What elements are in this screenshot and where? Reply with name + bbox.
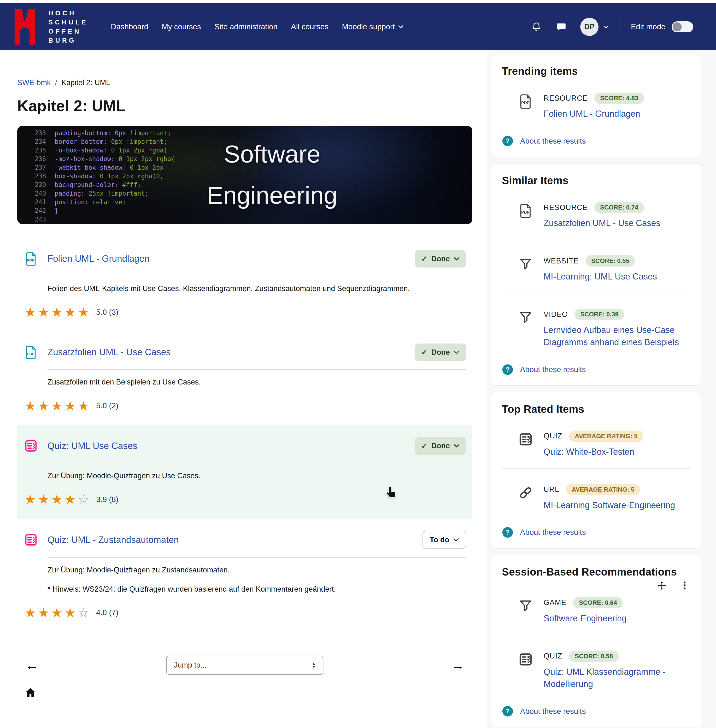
nav-dashboard[interactable]: Dashboard	[111, 22, 149, 31]
recommendations-sidebar: Trending items RESOURCE SCORE: 4.83 Foli…	[487, 50, 716, 728]
item-link[interactable]: Zusatzfolien UML - Use Cases	[544, 217, 660, 229]
item-link[interactable]: Quiz: UML Klassendiagramme - Modellierun…	[544, 666, 690, 690]
page-title: Kapitel 2: UML	[17, 97, 472, 115]
card-title: Trending items	[502, 65, 690, 77]
star-filled-icon[interactable]: ★	[38, 605, 51, 620]
about-these-results-link[interactable]: About these results	[520, 528, 586, 537]
activity-link[interactable]: Folien UML - Grundlagen	[47, 254, 149, 264]
activity-quiz-uml-use-cases: Quiz: UML Use Cases ✓ Done Zur Übung: Mo…	[17, 425, 472, 519]
score-badge: SCORE: 0.39	[575, 309, 624, 320]
move-block-icon[interactable]	[657, 580, 667, 591]
star-filled-icon[interactable]: ★	[64, 399, 77, 413]
nav-moodle-support[interactable]: Moodle support	[342, 22, 404, 31]
completion-status-button[interactable]: ✓ Done	[414, 250, 466, 268]
quiz-icon	[518, 431, 534, 458]
jump-to-select[interactable]: Jump to... ▲▼	[167, 655, 323, 675]
navbar-actions: DP Edit mode	[517, 15, 693, 39]
star-filled-icon[interactable]: ★	[64, 605, 77, 620]
top-navbar: HOCH SCHULE OFFEN BURG Dashboard My cour…	[0, 3, 716, 50]
help-icon[interactable]: ?	[502, 364, 513, 375]
star-filled-icon[interactable]: ★	[64, 305, 77, 319]
card-title: Similar Items	[502, 174, 690, 186]
about-these-results-link[interactable]: About these results	[520, 707, 586, 716]
star-filled-icon[interactable]: ★	[38, 399, 51, 413]
activity-divider	[47, 557, 466, 558]
quiz-icon	[23, 439, 38, 453]
score-badge: SCORE: 0.55	[586, 255, 635, 266]
home-icon[interactable]	[24, 686, 37, 699]
next-section-arrow-icon[interactable]: →	[443, 658, 472, 673]
star-rating[interactable]: ★★★★★	[24, 306, 91, 319]
about-these-results-link[interactable]: About these results	[520, 365, 586, 374]
star-filled-icon[interactable]: ★	[51, 305, 64, 319]
breadcrumb-course-link[interactable]: SWE-bmk	[17, 79, 51, 87]
completion-status-button[interactable]: ✓ Done	[414, 437, 466, 455]
nav-all-courses[interactable]: All courses	[291, 22, 329, 31]
edit-mode-toggle[interactable]	[672, 21, 693, 32]
item-link[interactable]: Folien UML - Grundlagen	[544, 107, 644, 120]
activity-link[interactable]: Quiz: UML - Zustandsautomaten	[47, 535, 179, 545]
check-icon: ✓	[421, 254, 428, 263]
about-results-row: ? About these results	[502, 706, 690, 716]
rating-badge: AVERAGE RATING: 5	[566, 484, 640, 495]
star-filled-icon[interactable]: ★	[38, 492, 51, 507]
item-link[interactable]: Quiz: White-Box-Testen	[544, 446, 643, 458]
star-filled-icon[interactable]: ★	[78, 305, 91, 319]
star-rating[interactable]: ★★★★★	[24, 400, 91, 412]
star-rating[interactable]: ★★★★☆	[24, 493, 91, 506]
funnel-icon	[518, 310, 534, 348]
star-filled-icon[interactable]: ★	[64, 492, 77, 507]
similar-items-card: Similar Items RESOURCE SCORE: 0.74 Zusat…	[491, 163, 701, 386]
completion-status-button[interactable]: ✓ Done	[414, 344, 466, 361]
block-menu-kebab-icon[interactable]: ⋮	[680, 581, 690, 591]
card-title: Top Rated Items	[502, 403, 690, 415]
star-filled-icon[interactable]: ★	[51, 399, 64, 413]
nav-my-courses[interactable]: My courses	[162, 22, 201, 31]
star-filled-icon[interactable]: ★	[24, 492, 38, 507]
item-type-label: URL	[544, 485, 559, 494]
star-rating[interactable]: ★★★★☆	[24, 606, 91, 619]
list-item: QUIZ AVERAGE RATING: 5 Quiz: White-Box-T…	[502, 430, 690, 458]
item-link[interactable]: Software-Engineering	[544, 612, 626, 624]
score-badge: SCORE: 0.74	[595, 202, 644, 213]
user-menu[interactable]: DP	[580, 18, 608, 36]
help-icon[interactable]: ?	[502, 136, 513, 146]
university-logo[interactable]: HOCH SCHULE OFFEN BURG	[14, 9, 88, 45]
help-icon[interactable]: ?	[502, 527, 513, 538]
star-filled-icon[interactable]: ★	[78, 399, 91, 413]
messages-chat-icon[interactable]	[556, 21, 567, 32]
score-badge: SCORE: 0.64	[573, 597, 623, 608]
list-item: URL AVERAGE RATING: 5 MI-Learning Softwa…	[502, 484, 690, 511]
star-filled-icon[interactable]: ★	[24, 605, 38, 620]
activity-list: Folien UML - Grundlagen ✓ Done Folien de…	[17, 238, 472, 632]
star-empty-icon[interactable]: ☆	[78, 492, 91, 507]
previous-section-arrow-icon[interactable]: ←	[17, 658, 47, 673]
course-main-content: SWE-bmk / Kapitel 2: UML Kapitel 2: UML …	[0, 50, 487, 728]
completion-status-button[interactable]: To do	[423, 531, 466, 549]
check-icon: ✓	[421, 348, 428, 357]
help-icon[interactable]: ?	[502, 706, 513, 716]
score-badge: SCORE: 4.83	[595, 92, 644, 104]
activity-link[interactable]: Quiz: UML Use Cases	[47, 441, 137, 451]
about-these-results-link[interactable]: About these results	[520, 137, 586, 145]
primary-navigation: Dashboard My courses Site administration…	[111, 22, 404, 31]
avatar[interactable]: DP	[580, 18, 599, 36]
trending-items-card: Trending items RESOURCE SCORE: 4.83 Foli…	[491, 54, 701, 157]
activity-link[interactable]: Zusatzfolien UML - Use Cases	[47, 347, 171, 357]
notifications-bell-icon[interactable]	[531, 21, 542, 32]
nav-site-administration[interactable]: Site administration	[214, 22, 278, 31]
toggle-knob	[673, 22, 682, 32]
item-link[interactable]: MI-Learning Software-Engineering	[544, 499, 675, 511]
star-empty-icon[interactable]: ☆	[78, 605, 91, 620]
item-type-label: QUIZ	[544, 432, 562, 440]
star-filled-icon[interactable]: ★	[51, 605, 64, 620]
activity-description: Zur Übung: Moodle-Quizfragen zu Use Case…	[47, 471, 466, 481]
star-filled-icon[interactable]: ★	[24, 305, 38, 319]
item-link[interactable]: Lernvideo Aufbau eines Use-Case Diagramm…	[544, 324, 690, 348]
check-icon: ✓	[421, 442, 428, 450]
item-link[interactable]: MI-Learning: UML Use Cases	[544, 270, 657, 283]
star-filled-icon[interactable]: ★	[38, 305, 51, 319]
star-filled-icon[interactable]: ★	[51, 492, 64, 507]
star-filled-icon[interactable]: ★	[24, 399, 38, 413]
chevron-down-icon	[454, 444, 460, 448]
